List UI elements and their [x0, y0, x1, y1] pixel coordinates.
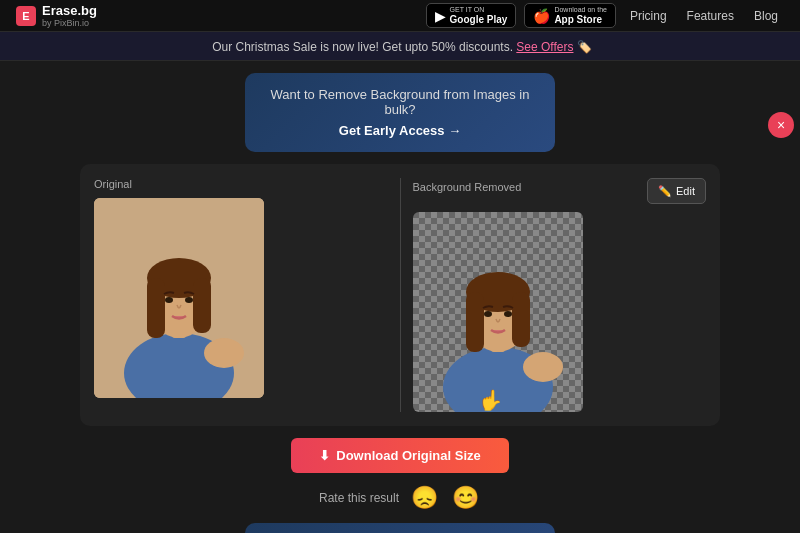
sad-rating-button[interactable]: 😞	[409, 483, 440, 513]
removed-woman-svg	[413, 212, 583, 412]
download-label: Download Original Size	[336, 448, 480, 463]
top-nav: E Erase.bg by PixBin.io ▶ GET IT ON Goog…	[0, 0, 800, 32]
bottom-bulk-card: ⤢ Want to Remove Background from Images …	[245, 523, 555, 533]
promo-banner: Our Christmas Sale is now live! Get upto…	[0, 32, 800, 61]
promo-arrow: 🏷️	[577, 40, 592, 54]
google-play-text: GET IT ON Google Play	[450, 6, 508, 25]
removed-label: Background Removed	[413, 181, 522, 193]
svg-rect-6	[193, 278, 211, 333]
logo-icon: E	[16, 6, 36, 26]
close-button[interactable]: ×	[768, 112, 794, 138]
original-woman-svg	[94, 198, 264, 398]
nav-right: ▶ GET IT ON Google Play 🍎 Download on th…	[426, 3, 784, 28]
svg-rect-5	[147, 278, 165, 338]
apple-icon: 🍎	[533, 8, 550, 24]
original-label: Original	[94, 178, 388, 190]
removed-panel-header: Background Removed ✏️ Edit	[413, 178, 707, 204]
svg-point-16	[484, 311, 492, 317]
svg-point-18	[523, 352, 563, 382]
removed-panel: Background Removed ✏️ Edit	[413, 178, 707, 412]
edit-button[interactable]: ✏️ Edit	[647, 178, 706, 204]
promo-text: Our Christmas Sale is now live! Get upto…	[212, 40, 513, 54]
app-store-text: Download on the App Store	[554, 6, 607, 25]
top-bulk-link[interactable]: Get Early Access →	[265, 123, 535, 138]
rating-label: Rate this result	[319, 491, 399, 505]
logo-text: Erase.bg	[42, 3, 97, 18]
top-bulk-title: Want to Remove Background from Images in…	[265, 87, 535, 117]
svg-point-8	[185, 297, 193, 303]
top-bulk-card: Want to Remove Background from Images in…	[245, 73, 555, 152]
logo-text-area: Erase.bg by PixBin.io	[42, 3, 97, 28]
svg-point-17	[504, 311, 512, 317]
blog-link[interactable]: Blog	[748, 9, 784, 23]
rating-area: Rate this result 😞 😊	[80, 483, 720, 513]
download-button[interactable]: ⬇ Download Original Size	[291, 438, 508, 473]
app-store-button[interactable]: 🍎 Download on the App Store	[524, 3, 616, 28]
google-play-icon: ▶	[435, 8, 446, 24]
original-image	[94, 198, 264, 398]
main-content: Original	[0, 164, 800, 533]
download-area: ⬇ Download Original Size	[80, 438, 720, 473]
svg-point-7	[165, 297, 173, 303]
original-panel: Original	[94, 178, 388, 398]
logo-sub: by PixBin.io	[42, 18, 97, 28]
svg-rect-14	[466, 292, 484, 352]
edit-icon: ✏️	[658, 185, 672, 198]
see-offers-link[interactable]: See Offers	[516, 40, 573, 54]
svg-point-9	[204, 338, 244, 368]
divider	[400, 178, 401, 412]
download-icon: ⬇	[319, 448, 330, 463]
svg-rect-15	[512, 292, 530, 347]
pricing-link[interactable]: Pricing	[624, 9, 673, 23]
google-play-button[interactable]: ▶ GET IT ON Google Play	[426, 3, 517, 28]
logo-area: E Erase.bg by PixBin.io	[16, 3, 97, 28]
happy-rating-button[interactable]: 😊	[450, 483, 481, 513]
comparison-area: Original	[80, 164, 720, 426]
features-link[interactable]: Features	[681, 9, 740, 23]
removed-image	[413, 212, 583, 412]
